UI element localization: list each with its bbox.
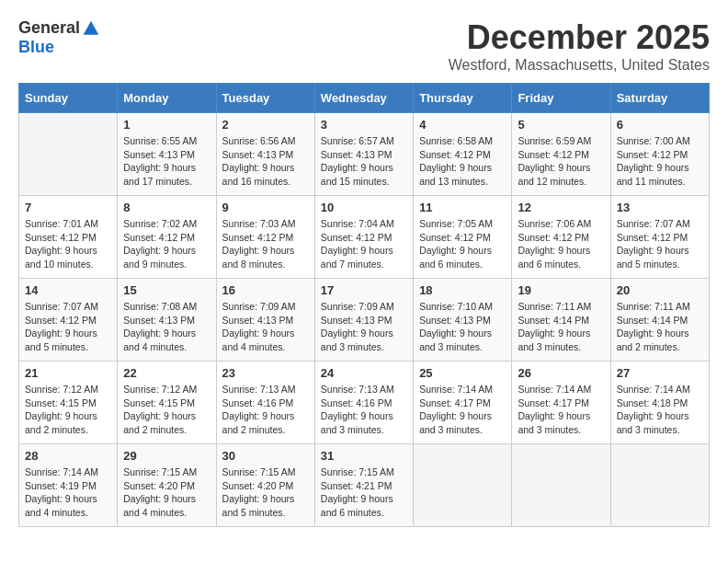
calendar-cell: 27Sunrise: 7:14 AMSunset: 4:18 PMDayligh…	[610, 362, 709, 444]
day-info: Sunrise: 7:14 AMSunset: 4:17 PMDaylight:…	[419, 383, 506, 437]
day-info: Sunrise: 7:10 AMSunset: 4:13 PMDaylight:…	[419, 300, 506, 354]
day-number: 25	[419, 366, 506, 380]
day-info: Sunrise: 7:03 AMSunset: 4:12 PMDaylight:…	[222, 217, 309, 271]
day-info: Sunrise: 7:08 AMSunset: 4:13 PMDaylight:…	[123, 300, 210, 354]
day-number: 23	[222, 366, 309, 380]
header-thursday: Thursday	[414, 84, 512, 113]
header-saturday: Saturday	[610, 84, 709, 113]
calendar-week-row: 21Sunrise: 7:12 AMSunset: 4:15 PMDayligh…	[19, 362, 710, 444]
day-number: 29	[123, 449, 210, 463]
day-info: Sunrise: 7:15 AMSunset: 4:20 PMDaylight:…	[123, 465, 210, 520]
day-number: 2	[222, 118, 309, 132]
day-number: 19	[518, 283, 604, 297]
day-number: 1	[123, 118, 210, 132]
calendar-cell: 24Sunrise: 7:13 AMSunset: 4:16 PMDayligh…	[314, 362, 413, 444]
day-number: 27	[617, 366, 703, 380]
day-info: Sunrise: 7:04 AMSunset: 4:12 PMDaylight:…	[321, 217, 407, 271]
day-info: Sunrise: 7:07 AMSunset: 4:12 PMDaylight:…	[617, 217, 703, 271]
day-number: 18	[419, 283, 506, 297]
header-wednesday: Wednesday	[314, 84, 413, 113]
day-number: 8	[123, 201, 210, 214]
calendar-week-row: 28Sunrise: 7:14 AMSunset: 4:19 PMDayligh…	[19, 444, 710, 527]
day-info: Sunrise: 7:07 AMSunset: 4:12 PMDaylight:…	[25, 300, 111, 354]
calendar-cell: 31Sunrise: 7:15 AMSunset: 4:21 PMDayligh…	[314, 444, 413, 527]
day-number: 24	[321, 366, 407, 380]
day-info: Sunrise: 7:01 AMSunset: 4:12 PMDaylight:…	[25, 217, 111, 271]
calendar-cell: 28Sunrise: 7:14 AMSunset: 4:19 PMDayligh…	[19, 444, 118, 527]
day-number: 3	[321, 118, 407, 132]
calendar-table: SundayMondayTuesdayWednesdayThursdayFrid…	[18, 83, 710, 527]
day-info: Sunrise: 6:58 AMSunset: 4:12 PMDaylight:…	[419, 134, 506, 189]
day-number: 14	[25, 283, 111, 297]
day-number: 9	[222, 201, 309, 214]
day-number: 30	[222, 449, 309, 463]
calendar-week-row: 1Sunrise: 6:55 AMSunset: 4:13 PMDaylight…	[19, 113, 710, 196]
logo-blue-text: Blue	[18, 38, 54, 57]
header-sunday: Sunday	[19, 84, 118, 113]
day-info: Sunrise: 7:15 AMSunset: 4:21 PMDaylight:…	[321, 465, 407, 520]
header-friday: Friday	[512, 84, 610, 113]
day-number: 22	[123, 366, 210, 380]
day-number: 20	[617, 283, 703, 297]
day-info: Sunrise: 6:55 AMSunset: 4:13 PMDaylight:…	[123, 134, 210, 189]
calendar-cell: 12Sunrise: 7:06 AMSunset: 4:12 PMDayligh…	[512, 196, 610, 279]
logo: General Blue	[18, 18, 100, 57]
calendar-cell: 5Sunrise: 6:59 AMSunset: 4:12 PMDaylight…	[512, 113, 610, 196]
day-info: Sunrise: 7:09 AMSunset: 4:13 PMDaylight:…	[222, 300, 309, 354]
calendar-cell: 10Sunrise: 7:04 AMSunset: 4:12 PMDayligh…	[314, 196, 413, 279]
day-number: 17	[321, 283, 407, 297]
calendar-cell: 29Sunrise: 7:15 AMSunset: 4:20 PMDayligh…	[118, 444, 216, 527]
day-info: Sunrise: 6:59 AMSunset: 4:12 PMDaylight:…	[518, 134, 604, 189]
logo-icon	[82, 19, 100, 38]
day-number: 7	[25, 201, 111, 214]
day-info: Sunrise: 7:14 AMSunset: 4:18 PMDaylight:…	[617, 383, 703, 437]
calendar-cell: 16Sunrise: 7:09 AMSunset: 4:13 PMDayligh…	[216, 279, 314, 362]
calendar-cell: 9Sunrise: 7:03 AMSunset: 4:12 PMDaylight…	[216, 196, 314, 279]
day-number: 26	[518, 366, 604, 380]
calendar-cell: 4Sunrise: 6:58 AMSunset: 4:12 PMDaylight…	[414, 113, 512, 196]
day-number: 6	[617, 118, 703, 132]
day-number: 5	[518, 118, 604, 132]
day-info: Sunrise: 7:12 AMSunset: 4:15 PMDaylight:…	[123, 383, 210, 437]
svg-marker-0	[84, 20, 99, 34]
calendar-cell: 1Sunrise: 6:55 AMSunset: 4:13 PMDaylight…	[118, 113, 216, 196]
calendar-cell: 20Sunrise: 7:11 AMSunset: 4:14 PMDayligh…	[610, 279, 709, 362]
day-number: 16	[222, 283, 309, 297]
day-info: Sunrise: 7:12 AMSunset: 4:15 PMDaylight:…	[25, 383, 111, 437]
day-number: 12	[518, 201, 604, 214]
day-number: 4	[419, 118, 506, 132]
calendar-cell: 21Sunrise: 7:12 AMSunset: 4:15 PMDayligh…	[19, 362, 118, 444]
calendar-cell: 23Sunrise: 7:13 AMSunset: 4:16 PMDayligh…	[216, 362, 314, 444]
day-info: Sunrise: 7:09 AMSunset: 4:13 PMDaylight:…	[321, 300, 407, 354]
day-number: 15	[123, 283, 210, 297]
day-number: 11	[419, 201, 506, 214]
day-info: Sunrise: 7:14 AMSunset: 4:19 PMDaylight:…	[25, 465, 111, 520]
day-info: Sunrise: 7:06 AMSunset: 4:12 PMDaylight:…	[518, 217, 604, 271]
day-number: 21	[25, 366, 111, 380]
calendar-cell: 18Sunrise: 7:10 AMSunset: 4:13 PMDayligh…	[414, 279, 512, 362]
calendar-cell: 22Sunrise: 7:12 AMSunset: 4:15 PMDayligh…	[118, 362, 216, 444]
page-header: General Blue December 2025 Westford, Mas…	[18, 18, 710, 74]
calendar-title: December 2025	[449, 18, 710, 57]
logo-general-text: General	[18, 18, 80, 38]
day-info: Sunrise: 6:56 AMSunset: 4:13 PMDaylight:…	[222, 134, 309, 189]
calendar-cell: 8Sunrise: 7:02 AMSunset: 4:12 PMDaylight…	[118, 196, 216, 279]
calendar-cell: 2Sunrise: 6:56 AMSunset: 4:13 PMDaylight…	[216, 113, 314, 196]
day-info: Sunrise: 7:11 AMSunset: 4:14 PMDaylight:…	[617, 300, 703, 354]
calendar-cell: 3Sunrise: 6:57 AMSunset: 4:13 PMDaylight…	[314, 113, 413, 196]
day-info: Sunrise: 6:57 AMSunset: 4:13 PMDaylight:…	[321, 134, 407, 189]
calendar-cell: 14Sunrise: 7:07 AMSunset: 4:12 PMDayligh…	[19, 279, 118, 362]
calendar-cell	[512, 444, 610, 527]
calendar-cell: 30Sunrise: 7:15 AMSunset: 4:20 PMDayligh…	[216, 444, 314, 527]
calendar-subtitle: Westford, Massachusetts, United States	[449, 57, 710, 74]
calendar-cell: 6Sunrise: 7:00 AMSunset: 4:12 PMDaylight…	[610, 113, 709, 196]
day-number: 10	[321, 201, 407, 214]
calendar-cell: 19Sunrise: 7:11 AMSunset: 4:14 PMDayligh…	[512, 279, 610, 362]
day-info: Sunrise: 7:14 AMSunset: 4:17 PMDaylight:…	[518, 383, 604, 437]
title-block: December 2025 Westford, Massachusetts, U…	[449, 18, 710, 74]
calendar-cell	[610, 444, 709, 527]
calendar-cell: 11Sunrise: 7:05 AMSunset: 4:12 PMDayligh…	[414, 196, 512, 279]
calendar-cell	[19, 113, 118, 196]
day-number: 13	[617, 201, 703, 214]
calendar-header-row: SundayMondayTuesdayWednesdayThursdayFrid…	[19, 84, 710, 113]
